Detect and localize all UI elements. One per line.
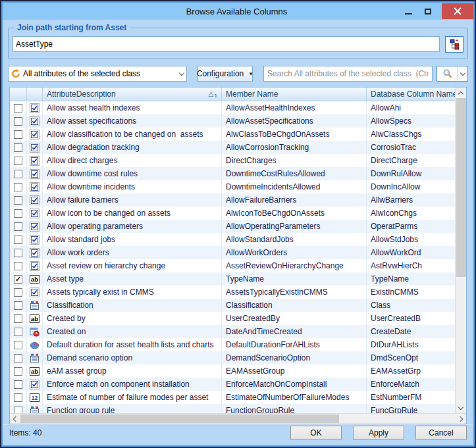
- table-row[interactable]: Allow asset specificationsAllowAssetSpec…: [10, 114, 456, 128]
- scroll-left-button[interactable]: [10, 414, 20, 424]
- database-column-name-cell: AstRvwHierCh: [367, 259, 456, 272]
- table-row[interactable]: Allow standard jobsAllowStandardJobsAllo…: [10, 233, 456, 246]
- table-row[interactable]: abAsset typeTypeNameTypeName: [10, 272, 456, 286]
- search-input[interactable]: [263, 66, 433, 82]
- horizontal-scrollbar[interactable]: [10, 413, 466, 424]
- table-row[interactable]: Assets typically exist in CMMSAssetsTypi…: [10, 286, 456, 299]
- row-select-cell: [10, 312, 27, 325]
- table-row[interactable]: Allow downtime incidentsDowntimeIncident…: [10, 180, 456, 193]
- join-path-groupbox: Join path starting from Asset +: [8, 28, 468, 59]
- bool-type-icon: [30, 103, 40, 113]
- class-filter-combobox[interactable]: All attributes of the selected class: [8, 66, 187, 82]
- row-select-cell: [10, 220, 27, 233]
- minimize-button[interactable]: [398, 3, 418, 20]
- row-checkbox[interactable]: [14, 236, 22, 244]
- row-checkbox[interactable]: [14, 196, 22, 205]
- table-row[interactable]: Default duration for asset health lists …: [10, 338, 456, 351]
- window-buttons: [398, 3, 473, 20]
- header-database-column-name[interactable]: Database Column Name: [367, 87, 456, 101]
- header-attribute-description[interactable]: AttributeDescription 1: [43, 87, 222, 101]
- bool-type-icon: [30, 287, 40, 297]
- row-select-cell: [10, 207, 27, 220]
- header-type-column[interactable]: [27, 87, 43, 101]
- row-type-cell: [27, 180, 43, 193]
- table-row[interactable]: Allow downtime cost rulesDowntimeCostRul…: [10, 167, 456, 180]
- row-checkbox[interactable]: [14, 354, 22, 362]
- table-row[interactable]: Enforce match on component installationE…: [10, 378, 456, 391]
- row-checkbox[interactable]: [14, 117, 22, 126]
- row-checkbox[interactable]: [14, 393, 22, 402]
- table-row[interactable]: 12Estimate of number of failure modes pe…: [10, 391, 456, 404]
- table-row[interactable]: abeAM asset groupEAMAssetGroupEAMAssetGr…: [10, 364, 456, 378]
- row-select-cell: [10, 259, 27, 272]
- header-select-column[interactable]: [10, 87, 27, 101]
- row-type-cell: [27, 246, 43, 259]
- scroll-right-button[interactable]: [456, 414, 466, 424]
- row-checkbox[interactable]: [14, 170, 22, 178]
- row-checkbox[interactable]: [14, 262, 22, 270]
- row-select-cell: [10, 128, 27, 141]
- table-row[interactable]: Allow degradation trackingAllowCorrosion…: [10, 141, 456, 154]
- row-checkbox[interactable]: [14, 222, 22, 231]
- ok-button[interactable]: OK: [290, 426, 342, 440]
- scroll-up-button[interactable]: [456, 87, 466, 98]
- table-row[interactable]: Allow failure barriersAllowFailureBarrie…: [10, 193, 456, 207]
- browse-hierarchy-button[interactable]: +: [445, 36, 463, 53]
- row-checkbox[interactable]: [14, 341, 22, 349]
- table-row[interactable]: Allow operating parametersAllowOperating…: [10, 220, 456, 233]
- apply-button[interactable]: Apply: [353, 426, 404, 440]
- horizontal-scrollbar-thumb[interactable]: [20, 414, 339, 423]
- configuration-button[interactable]: Configuration ▼: [198, 66, 253, 82]
- row-checkbox[interactable]: [14, 314, 22, 323]
- vertical-scrollbar[interactable]: [455, 87, 466, 413]
- row-type-cell: [27, 167, 43, 180]
- search-options-button[interactable]: [458, 66, 467, 81]
- row-checkbox[interactable]: [14, 183, 22, 191]
- row-checkbox[interactable]: [14, 367, 22, 376]
- dialog-frame: Browse Available Columns Join path start…: [1, 1, 475, 447]
- cancel-button[interactable]: Cancel: [415, 426, 467, 440]
- table-row[interactable]: Demand scenario optionDemandScenarioOpti…: [10, 351, 456, 364]
- table-row[interactable]: Created onDateAndTimeCreatedCreateDate: [10, 325, 456, 338]
- search-split-button[interactable]: [436, 66, 468, 82]
- row-type-cell: ab: [27, 364, 43, 378]
- scroll-down-button[interactable]: [456, 403, 466, 413]
- table-row[interactable]: abCreated byUserCreatedByUserCreatedB: [10, 312, 456, 325]
- join-path-input[interactable]: [13, 36, 440, 52]
- row-type-cell: [27, 207, 43, 220]
- database-column-name-cell: CreateDate: [367, 325, 456, 338]
- row-checkbox[interactable]: [14, 157, 22, 165]
- table-row[interactable]: Allow icon to be changed on assetsAlwIco…: [10, 207, 456, 220]
- row-checkbox-checked[interactable]: [14, 275, 22, 284]
- row-checkbox[interactable]: [14, 288, 22, 297]
- row-checkbox[interactable]: [14, 301, 22, 310]
- attribute-description-cell: Allow standard jobs: [43, 233, 222, 246]
- row-select-cell: [10, 180, 27, 193]
- database-column-name-cell: AllowWorkOrd: [367, 246, 456, 259]
- attribute-description-cell: Allow classification to be changed on as…: [43, 128, 222, 141]
- search-button[interactable]: [437, 66, 458, 81]
- row-checkbox[interactable]: [14, 249, 22, 257]
- row-checkbox[interactable]: [14, 380, 22, 389]
- table-row[interactable]: Allow work ordersAllowWorkOrdersAllowWor…: [10, 246, 456, 259]
- bool-type-icon: [30, 156, 40, 166]
- table-row[interactable]: Allow direct chargesDirectChargesDirectC…: [10, 154, 456, 167]
- vertical-scrollbar-thumb[interactable]: [456, 98, 466, 277]
- row-checkbox[interactable]: [14, 130, 22, 139]
- member-name-cell: AllowCorrosionTracking: [222, 141, 367, 154]
- row-checkbox[interactable]: [14, 104, 22, 112]
- row-type-cell: ab: [27, 272, 43, 286]
- member-name-cell: DateAndTimeCreated: [222, 325, 367, 338]
- row-checkbox[interactable]: [14, 143, 22, 152]
- table-row[interactable]: Allow classification to be changed on as…: [10, 128, 456, 141]
- header-member-name[interactable]: Member Name: [222, 87, 367, 101]
- table-row[interactable]: Allow asset health indexesAllowAssetHeal…: [10, 101, 456, 114]
- row-checkbox[interactable]: [14, 328, 22, 336]
- table-row[interactable]: ClassificationClassificationClass: [10, 299, 456, 312]
- row-checkbox[interactable]: [14, 209, 22, 218]
- database-column-name-cell: TypeName: [367, 272, 456, 286]
- row-type-cell: [27, 128, 43, 141]
- close-button[interactable]: [442, 3, 473, 19]
- table-row[interactable]: Asset review on hierarchy changeAssetRev…: [10, 259, 456, 272]
- maximize-button[interactable]: [418, 3, 438, 20]
